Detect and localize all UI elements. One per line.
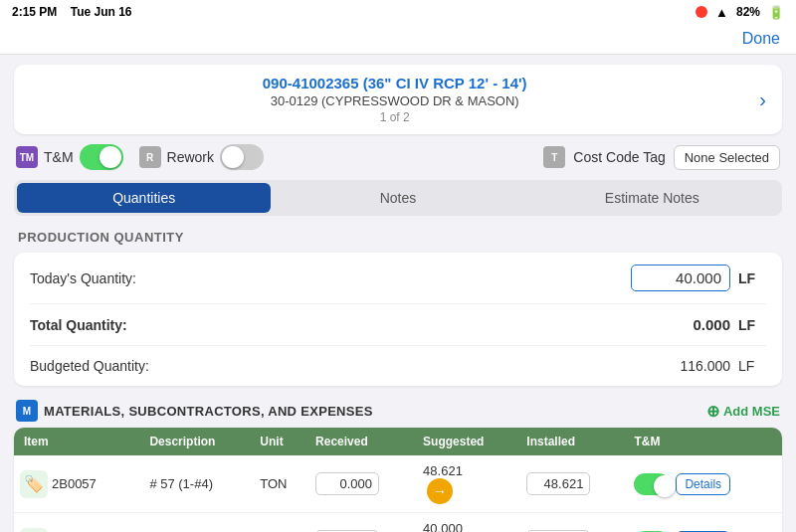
todays-quantity-unit: LF [738, 270, 766, 286]
mse-row-1-received-cell [309, 513, 417, 533]
production-quantity-title: PRODUCTION QUANTITY [14, 230, 782, 245]
wifi-icon: ▲ [715, 5, 728, 20]
mse-row-0-item: 2B0057 [52, 476, 97, 491]
work-order-card[interactable]: 090-41002365 (36" CI IV RCP 12' - 14') 3… [14, 65, 782, 134]
top-bar: Done [0, 24, 796, 55]
total-quantity-unit: LF [738, 317, 766, 333]
add-mse-button[interactable]: ⊕ Add MSE [706, 402, 780, 421]
rework-toggle-group: R Rework [139, 144, 264, 170]
status-bar: 2:15 PM Tue Jun 16 ▲ 82% 🔋 [0, 0, 796, 24]
tm-toggle-group: TM T&M [16, 144, 123, 170]
mse-row-1-description: 36" RCP [143, 513, 254, 533]
tab-notes[interactable]: Notes [271, 183, 524, 213]
mse-row-0-tag: 🏷️ 2B0057 [14, 455, 143, 513]
work-order-page: 1 of 2 [30, 110, 759, 124]
budgeted-quantity-row: Budgeted Quantity: 116.000 LF [30, 346, 766, 386]
status-date: Tue Jun 16 [71, 5, 132, 19]
tag-icon-1: 🏷️ [20, 528, 48, 533]
mse-row-0-suggested: 48.621 [423, 463, 463, 478]
mse-row-0-received-input[interactable] [315, 472, 379, 495]
tag-icon-0: 🏷️ [20, 470, 48, 498]
mse-row-1-suggested: 40.000 [423, 521, 463, 532]
mse-row-0-arrow-button[interactable]: → [427, 478, 453, 504]
tabs-row: Quantities Notes Estimate Notes [14, 180, 782, 216]
mse-row-0-installed-input[interactable] [526, 472, 590, 495]
total-quantity-label: Total Quantity: [30, 317, 651, 333]
work-order-id: 090-41002365 (36" CI IV RCP 12' - 14') [30, 75, 759, 91]
cost-code-button[interactable]: None Selected [674, 145, 780, 170]
chevron-right-icon: › [759, 89, 766, 111]
col-received-header: Received [309, 428, 417, 455]
col-item-header: Item [14, 428, 143, 455]
controls-row: TM T&M R Rework T Cost Code Tag None Sel… [14, 144, 782, 170]
tab-quantities[interactable]: Quantities [17, 183, 271, 213]
mse-row-0-tm-cell: Details [628, 455, 782, 513]
todays-quantity-row: Today's Quantity: LF [30, 253, 766, 304]
mse-table: Item Description Unit Received Suggested… [14, 428, 782, 532]
total-quantity-row: Total Quantity: 0.000 LF [30, 304, 766, 346]
tm-toggle[interactable] [80, 144, 123, 170]
mse-row-0-unit: TON [254, 455, 309, 513]
tm-badge: TM [16, 146, 38, 168]
work-order-address: 30-0129 (CYPRESSWOOD DR & MASON) [30, 93, 759, 108]
mse-row-1-tag: 🏷️ 2DR090 [14, 513, 143, 533]
mse-row-1-installed-cell [520, 513, 628, 533]
t-badge: T [543, 146, 565, 168]
col-description-header: Description [143, 428, 254, 455]
col-unit-header: Unit [254, 428, 309, 455]
todays-quantity-label: Today's Quantity: [30, 270, 631, 286]
add-icon: ⊕ [706, 402, 719, 421]
mse-table-header-row: Item Description Unit Received Suggested… [14, 428, 782, 455]
budgeted-quantity-unit: LF [738, 358, 766, 374]
done-button[interactable]: Done [742, 28, 780, 50]
mse-header: M MATERIALS, SUBCONTRACTORS, AND EXPENSE… [14, 400, 782, 422]
cost-code-label: Cost Code Tag [573, 149, 665, 165]
mse-row-0-installed-cell [520, 455, 628, 513]
mse-row-1: 🏷️ 2DR090 36" RCP LF 40.000 → [14, 513, 782, 533]
work-order-info: 090-41002365 (36" CI IV RCP 12' - 14') 3… [30, 75, 759, 124]
tab-estimate-notes[interactable]: Estimate Notes [525, 183, 779, 213]
mse-row-1-unit: LF [254, 513, 309, 533]
total-quantity-value: 0.000 [651, 316, 730, 333]
rework-toggle[interactable] [220, 144, 264, 170]
record-icon [696, 6, 707, 18]
mse-title: MATERIALS, SUBCONTRACTORS, AND EXPENSES [44, 404, 373, 419]
r-badge: R [139, 146, 161, 168]
mse-row-0-description: # 57 (1-#4) [143, 455, 254, 513]
mse-row-0-suggested-cell: 48.621 → [417, 455, 520, 513]
mse-row-0-details-button[interactable]: Details [676, 473, 730, 495]
col-installed-header: Installed [520, 428, 628, 455]
mse-header-left: M MATERIALS, SUBCONTRACTORS, AND EXPENSE… [16, 400, 373, 422]
col-suggested-header: Suggested [417, 428, 520, 455]
mse-row-0: 🏷️ 2B0057 # 57 (1-#4) TON 48.621 → [14, 455, 782, 513]
mse-row-1-suggested-cell: 40.000 → [417, 513, 520, 533]
quantity-card: Today's Quantity: LF Total Quantity: 0.0… [14, 253, 782, 386]
budgeted-quantity-value: 116.000 [651, 358, 730, 374]
budgeted-quantity-label: Budgeted Quantity: [30, 358, 651, 374]
main-content: 090-41002365 (36" CI IV RCP 12' - 14') 3… [0, 55, 796, 532]
mse-row-0-tm-toggle[interactable] [634, 473, 670, 495]
cost-code-group: T Cost Code Tag None Selected [543, 145, 780, 170]
mse-row-0-received-cell [309, 455, 417, 513]
mse-row-1-tm-cell: Details [628, 513, 782, 533]
battery-level: 82% [736, 5, 760, 19]
todays-quantity-input[interactable] [631, 265, 730, 291]
status-time: 2:15 PM [12, 5, 57, 19]
col-tm-header: T&M [628, 428, 782, 455]
rework-label: Rework [167, 149, 214, 165]
mse-badge: M [16, 400, 38, 422]
add-mse-label: Add MSE [723, 404, 780, 419]
battery-icon: 🔋 [768, 5, 784, 20]
tm-label: T&M [44, 149, 74, 165]
